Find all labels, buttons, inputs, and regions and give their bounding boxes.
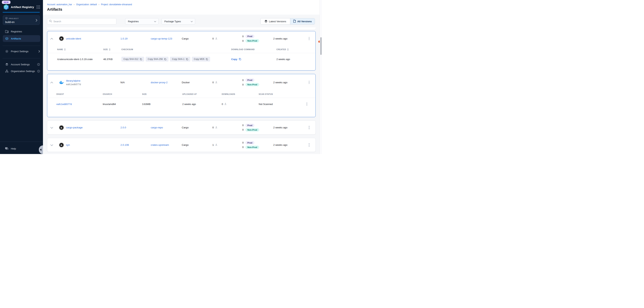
annotation-marker <box>318 41 320 43</box>
artifact-registry-link[interactable]: cargo-up-temp-123 <box>151 37 172 40</box>
column-header-name[interactable]: NAME <box>57 49 103 51</box>
nonprod-badge: Non-Prod <box>246 83 259 86</box>
digests-subtable: DIGEST OS/ARCH SIZE UPLOADED AT DOWNLOAD… <box>47 91 316 117</box>
copy-sha1-button[interactable]: Copy SHA-1 <box>170 57 190 62</box>
artifact-row: R unicode-ident 1.0.19 cargo-up-temp-123… <box>47 31 316 46</box>
artifact-registry-link[interactable]: crates-upstream <box>151 143 169 146</box>
svg-text:R: R <box>60 37 62 40</box>
help-button[interactable]: ? Help <box>5 146 16 151</box>
sidebar-item-registries[interactable]: Registries <box>0 28 43 35</box>
artifacts-box-icon <box>5 37 8 40</box>
artifact-registry-link[interactable]: cargo-repo <box>151 126 163 129</box>
downloads-count: 0 <box>212 37 214 40</box>
nonprod-count: 0 <box>242 83 244 86</box>
apps-grid-icon[interactable] <box>36 6 40 9</box>
artifact-card-unicode-ident: R unicode-ident 1.0.19 cargo-up-temp-123… <box>47 31 316 71</box>
download-icon <box>215 143 218 146</box>
artifact-row: R cargo-package 2.0.0 cargo-repo Cargo 0 <box>47 121 316 134</box>
svg-text:?: ? <box>6 147 7 149</box>
nonprod-badge: Non-Prod <box>246 39 259 43</box>
artifact-registry-app: NEW Artifact Registry <box>0 0 322 154</box>
search-box <box>47 18 116 25</box>
prod-badge: Prod <box>246 78 254 82</box>
artifact-name-link[interactable]: cargo-package <box>66 126 82 129</box>
copy-md5-button[interactable]: Copy MD5 <box>192 57 210 62</box>
prod-count: 0 <box>242 35 244 38</box>
artifact-name-link[interactable]: syn <box>66 143 70 146</box>
artifact-version-link[interactable]: 2.0.106 <box>120 143 129 146</box>
sidebar-item-artifacts[interactable]: Artifacts <box>3 35 40 42</box>
package-types-dropdown[interactable]: Package Types <box>162 18 195 25</box>
column-header-download-command: DOWNLOAD COMMAND <box>231 49 276 51</box>
expand-row-button[interactable] <box>47 144 56 146</box>
sidebar-collapse-button[interactable] <box>39 145 43 154</box>
app-title: Artifact Registry <box>11 6 34 9</box>
help-chat-icon: ? <box>5 147 8 150</box>
chevron-down-icon <box>191 20 193 23</box>
filter-bar: Registries Package Types <box>43 15 322 25</box>
artifact-registry-link[interactable]: docker-proxy-2 <box>151 81 168 84</box>
kebab-menu-icon[interactable] <box>308 80 310 85</box>
version-view-toggle: Latest Versions All Versions <box>260 18 315 25</box>
downloads-count: 0 <box>222 103 223 105</box>
collapse-row-button[interactable] <box>47 81 56 83</box>
kebab-menu-icon[interactable] <box>308 142 310 147</box>
latest-versions-button[interactable]: Latest Versions <box>260 18 290 24</box>
breadcrumb-account-link[interactable]: Account: automation_har <box>47 3 72 6</box>
sidebar-item-project-settings[interactable]: Project Settings <box>0 48 43 54</box>
artifact-card-syn: R syn 2.0.106 crates-upstream Cargo 1 <box>47 138 316 152</box>
svg-text:R: R <box>60 126 62 129</box>
column-header-scan-status: SCAN STATUS <box>259 93 304 95</box>
column-header-size[interactable]: SIZE <box>103 49 122 51</box>
nonprod-count: 0 <box>242 146 244 148</box>
kebab-menu-icon[interactable] <box>306 102 308 106</box>
copy-icon <box>206 58 208 60</box>
artifact-version: N/A <box>118 81 148 84</box>
nonprod-badge: Non-Prod <box>246 128 259 131</box>
downloads-count: 0 <box>212 126 214 129</box>
kebab-menu-icon[interactable] <box>308 125 310 130</box>
digest-link[interactable]: eafc1edb577d <box>56 103 72 105</box>
expand-row-button[interactable] <box>47 127 56 128</box>
docker-whale-icon <box>59 80 64 84</box>
all-versions-button[interactable]: All Versions <box>290 18 315 24</box>
sidebar-item-account-settings[interactable]: Account Settings <box>0 61 43 68</box>
artifact-version-link[interactable]: 2.0.0 <box>120 126 126 129</box>
artifact-name-link[interactable]: library/alpine <box>66 79 80 82</box>
all-versions-label: All Versions <box>297 20 312 23</box>
scan-status: Not Scanned <box>259 103 304 105</box>
sort-icon <box>287 49 288 51</box>
package-type: Cargo <box>181 126 204 129</box>
kebab-menu-icon[interactable] <box>308 36 310 41</box>
org-network-icon <box>5 69 8 73</box>
search-input[interactable] <box>54 20 114 23</box>
collapse-row-button[interactable] <box>47 38 56 40</box>
document-icon <box>293 20 296 23</box>
chevron-right-icon <box>36 19 37 23</box>
breadcrumb-organization-link[interactable]: Organization: default <box>76 3 97 6</box>
info-icon <box>37 70 40 73</box>
sidebar-item-organization-settings[interactable]: Organization Settings <box>0 68 43 74</box>
copy-sha256-button[interactable]: Copy SHA-256 <box>146 57 168 62</box>
updated-at: 2 weeks ago <box>267 126 306 129</box>
rust-logo-icon: R <box>59 125 64 130</box>
project-selector[interactable]: PROJECT build-en <box>3 15 40 25</box>
updated-at: 2 weeks ago <box>267 143 306 146</box>
updated-at: 2 weeks ago <box>267 37 306 40</box>
scrollbar[interactable] <box>320 0 322 154</box>
copy-sha512-button[interactable]: Copy SHA-512 <box>122 57 144 62</box>
column-header-os-arch: OS/ARCH <box>103 93 142 95</box>
column-header-created[interactable]: CREATED <box>276 49 311 51</box>
column-header-digest: DIGEST <box>56 93 103 95</box>
sort-icon <box>109 49 110 51</box>
scrollbar-thumb[interactable] <box>320 37 322 55</box>
artifact-version-link[interactable]: 1.0.19 <box>120 37 128 40</box>
registries-dropdown[interactable]: Registries <box>125 18 158 25</box>
download-icon <box>215 126 218 129</box>
column-header-checksum: CHECKSUM <box>122 49 231 51</box>
rust-logo-icon: R <box>59 36 64 41</box>
artifact-name-link[interactable]: unicode-ident <box>66 37 81 40</box>
breadcrumb-project-link[interactable]: Project: donotdelete-shivanand <box>101 3 132 6</box>
sort-icon <box>64 49 66 51</box>
copy-download-command-button[interactable]: Copy <box>231 58 276 61</box>
